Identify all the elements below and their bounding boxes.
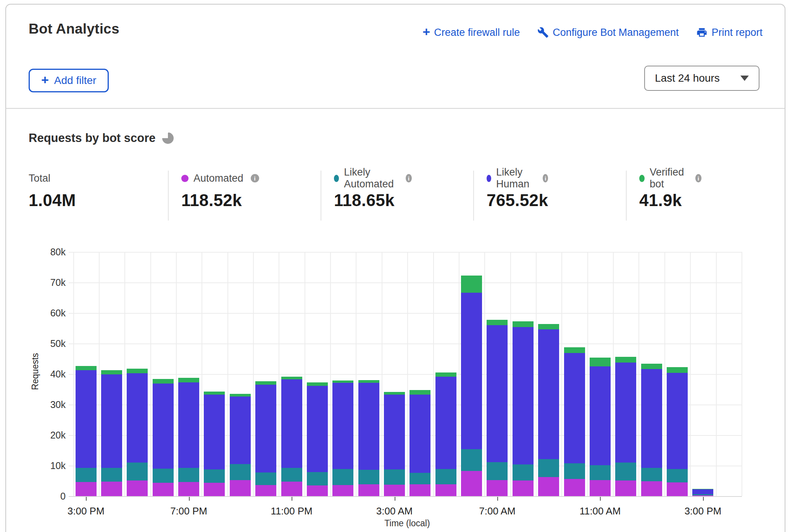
bar-8:00 AM[interactable]: [513, 321, 534, 496]
bar-segment-likely-automated[interactable]: [461, 449, 482, 471]
bar-segment-likely-automated[interactable]: [178, 468, 199, 482]
bar-4:00 PM[interactable]: [101, 370, 122, 496]
bar-segment-verified-bot[interactable]: [513, 321, 534, 327]
bar-segment-likely-human[interactable]: [76, 370, 97, 468]
bar-segment-likely-automated[interactable]: [281, 468, 302, 482]
bar-12:00 PM[interactable]: [615, 357, 636, 496]
bar-segment-verified-bot[interactable]: [76, 366, 97, 370]
bar-segment-likely-human[interactable]: [590, 366, 611, 465]
bar-segment-likely-automated[interactable]: [538, 459, 559, 477]
bar-segment-automated[interactable]: [204, 483, 225, 496]
bar-segment-automated[interactable]: [255, 485, 276, 496]
bar-segment-verified-bot[interactable]: [641, 364, 662, 369]
bar-segment-likely-human[interactable]: [101, 374, 122, 468]
bar-segment-automated[interactable]: [590, 480, 611, 496]
bar-segment-likely-automated[interactable]: [127, 463, 148, 480]
bar-segment-automated[interactable]: [384, 485, 405, 496]
bar-segment-verified-bot[interactable]: [101, 370, 122, 374]
bar-segment-automated[interactable]: [307, 485, 328, 496]
bar-segment-likely-automated[interactable]: [667, 469, 688, 482]
bar-2:00 AM[interactable]: [358, 380, 379, 496]
bar-segment-likely-human[interactable]: [641, 369, 662, 468]
bar-segment-likely-human[interactable]: [332, 383, 353, 469]
bar-segment-likely-human[interactable]: [230, 397, 251, 464]
bar-segment-likely-human[interactable]: [513, 327, 534, 464]
bar-segment-automated[interactable]: [76, 482, 97, 496]
bar-segment-likely-automated[interactable]: [641, 468, 662, 481]
bar-segment-automated[interactable]: [230, 480, 251, 496]
bar-segment-automated[interactable]: [153, 483, 174, 496]
bar-segment-automated[interactable]: [641, 481, 662, 496]
bar-segment-verified-bot[interactable]: [461, 276, 482, 293]
bar-segment-likely-human[interactable]: [204, 395, 225, 469]
bar-segment-likely-automated[interactable]: [513, 464, 534, 480]
bar-1:00 AM[interactable]: [332, 380, 353, 496]
bar-3:00 PM[interactable]: [692, 489, 713, 496]
bar-segment-automated[interactable]: [332, 485, 353, 496]
bar-segment-likely-automated[interactable]: [435, 469, 456, 484]
bar-segment-automated[interactable]: [538, 477, 559, 496]
bar-segment-likely-automated[interactable]: [255, 472, 276, 485]
bar-segment-automated[interactable]: [101, 482, 122, 496]
bar-segment-automated[interactable]: [410, 484, 430, 496]
bar-segment-likely-automated[interactable]: [204, 469, 225, 483]
bar-segment-verified-bot[interactable]: [153, 379, 174, 384]
bar-segment-likely-human[interactable]: [667, 373, 688, 469]
bar-segment-likely-human[interactable]: [435, 377, 456, 469]
bar-segment-verified-bot[interactable]: [178, 378, 199, 382]
bar-segment-verified-bot[interactable]: [307, 382, 328, 386]
bar-segment-verified-bot[interactable]: [255, 381, 276, 385]
bar-segment-automated[interactable]: [127, 480, 148, 496]
bar-segment-verified-bot[interactable]: [127, 369, 148, 373]
bar-segment-likely-automated[interactable]: [358, 470, 379, 484]
bar-11:00 PM[interactable]: [281, 377, 302, 496]
bar-5:00 PM[interactable]: [127, 369, 148, 496]
bar-segment-automated[interactable]: [615, 480, 636, 496]
bar-11:00 AM[interactable]: [590, 358, 611, 496]
bar-8:00 PM[interactable]: [204, 392, 225, 496]
bar-segment-likely-human[interactable]: [487, 325, 508, 462]
bar-segment-verified-bot[interactable]: [487, 320, 508, 325]
bar-3:00 AM[interactable]: [384, 392, 405, 496]
bar-segment-likely-human[interactable]: [692, 489, 713, 495]
bar-segment-verified-bot[interactable]: [204, 392, 225, 395]
bar-9:00 PM[interactable]: [230, 394, 251, 496]
bar-segment-likely-automated[interactable]: [487, 462, 508, 480]
bar-segment-likely-automated[interactable]: [615, 463, 636, 480]
bar-10:00 AM[interactable]: [564, 347, 585, 496]
bar-segment-likely-automated[interactable]: [384, 469, 405, 484]
bar-segment-likely-automated[interactable]: [101, 468, 122, 482]
bar-segment-verified-bot[interactable]: [435, 372, 456, 377]
bar-segment-likely-human[interactable]: [358, 383, 379, 470]
bar-segment-automated[interactable]: [461, 471, 482, 496]
bar-segment-likely-automated[interactable]: [307, 472, 328, 485]
bar-segment-likely-human[interactable]: [127, 373, 148, 463]
bar-6:00 PM[interactable]: [153, 379, 174, 496]
bar-4:00 AM[interactable]: [410, 390, 430, 496]
bar-segment-likely-human[interactable]: [255, 385, 276, 472]
bar-segment-likely-automated[interactable]: [410, 473, 430, 484]
bar-2:00 PM[interactable]: [667, 367, 688, 496]
bar-segment-automated[interactable]: [564, 479, 585, 496]
bar-segment-likely-automated[interactable]: [590, 465, 611, 480]
bar-segment-verified-bot[interactable]: [230, 394, 251, 397]
bar-segment-likely-human[interactable]: [178, 382, 199, 468]
bar-segment-automated[interactable]: [358, 484, 379, 496]
bar-segment-automated[interactable]: [487, 480, 508, 496]
bar-segment-likely-human[interactable]: [564, 353, 585, 464]
bar-segment-likely-human[interactable]: [307, 386, 328, 472]
bar-segment-verified-bot[interactable]: [538, 324, 559, 329]
bar-7:00 PM[interactable]: [178, 378, 199, 496]
bar-segment-likely-automated[interactable]: [153, 469, 174, 483]
bar-segment-likely-human[interactable]: [538, 329, 559, 459]
bar-segment-likely-human[interactable]: [461, 293, 482, 449]
bar-segment-automated[interactable]: [435, 484, 456, 496]
bar-segment-likely-automated[interactable]: [230, 464, 251, 480]
bar-segment-verified-bot[interactable]: [564, 347, 585, 353]
bar-segment-likely-human[interactable]: [153, 384, 174, 469]
bar-segment-verified-bot[interactable]: [358, 380, 379, 383]
bar-segment-automated[interactable]: [692, 495, 713, 496]
bar-1:00 PM[interactable]: [641, 364, 662, 496]
bar-segment-verified-bot[interactable]: [667, 367, 688, 373]
bar-segment-likely-human[interactable]: [384, 395, 405, 470]
